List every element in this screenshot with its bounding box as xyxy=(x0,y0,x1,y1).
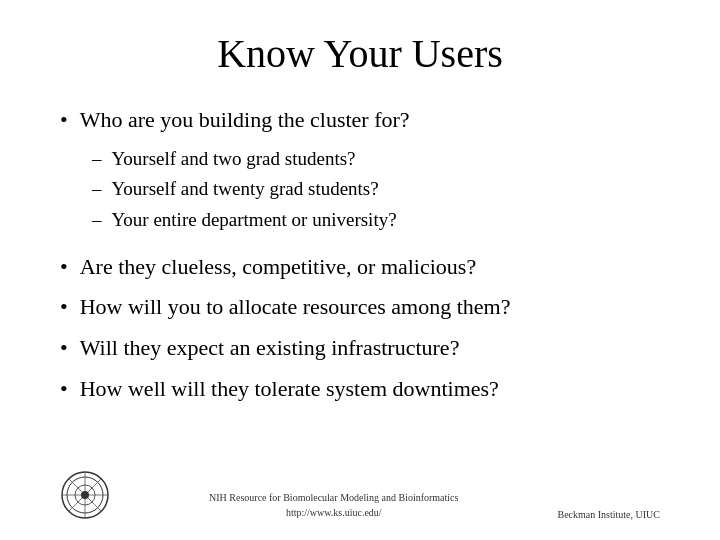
footer-center-line2: http://www.ks.uiuc.edu/ xyxy=(110,505,558,520)
sub-bullet-text-1: Yourself and two grad students? xyxy=(112,146,356,173)
secondary-bullet-text-1: Are they clueless, competitive, or malic… xyxy=(80,252,476,283)
footer-right-text: Beckman Institute, UIUC xyxy=(558,509,660,520)
bullet-dot-1: • xyxy=(60,105,68,136)
main-bullet-group: • Who are you building the cluster for? … xyxy=(60,105,660,246)
sub-dash-1: – xyxy=(92,146,102,173)
svg-point-7 xyxy=(81,491,89,499)
bullet-dot-2: • xyxy=(60,252,68,283)
footer-center-line1: NIH Resource for Biomolecular Modeling a… xyxy=(110,490,558,505)
sub-bullet-item-2: – Yourself and twenty grad students? xyxy=(92,176,660,203)
sub-bullet-text-3: Your entire department or university? xyxy=(112,207,397,234)
bullet-dot-4: • xyxy=(60,333,68,364)
secondary-bullet-text-4: How well will they tolerate system downt… xyxy=(80,374,499,405)
main-bullet-item: • Who are you building the cluster for? xyxy=(60,105,660,136)
slide: Know Your Users • Who are you building t… xyxy=(0,0,720,540)
bullet-dot-5: • xyxy=(60,374,68,405)
secondary-bullet-1: • Are they clueless, competitive, or mal… xyxy=(60,252,660,283)
main-bullet-text: Who are you building the cluster for? xyxy=(80,105,410,136)
sub-bullet-item-3: – Your entire department or university? xyxy=(92,207,660,234)
sub-dash-3: – xyxy=(92,207,102,234)
secondary-bullet-text-2: How will you to allocate resources among… xyxy=(80,292,511,323)
secondary-bullet-4: • How well will they tolerate system dow… xyxy=(60,374,660,405)
sub-bullet-text-2: Yourself and twenty grad students? xyxy=(112,176,379,203)
slide-footer: NIH Resource for Biomolecular Modeling a… xyxy=(60,462,660,520)
secondary-bullet-3: • Will they expect an existing infrastru… xyxy=(60,333,660,364)
sub-bullets-group: – Yourself and two grad students? – Your… xyxy=(92,146,660,234)
sub-bullet-item-1: – Yourself and two grad students? xyxy=(92,146,660,173)
nih-logo xyxy=(60,470,110,520)
footer-center-text: NIH Resource for Biomolecular Modeling a… xyxy=(110,490,558,520)
slide-title: Know Your Users xyxy=(60,30,660,77)
slide-content: • Who are you building the cluster for? … xyxy=(60,105,660,462)
secondary-bullet-text-3: Will they expect an existing infrastruct… xyxy=(80,333,460,364)
secondary-bullet-2: • How will you to allocate resources amo… xyxy=(60,292,660,323)
sub-dash-2: – xyxy=(92,176,102,203)
bullet-dot-3: • xyxy=(60,292,68,323)
